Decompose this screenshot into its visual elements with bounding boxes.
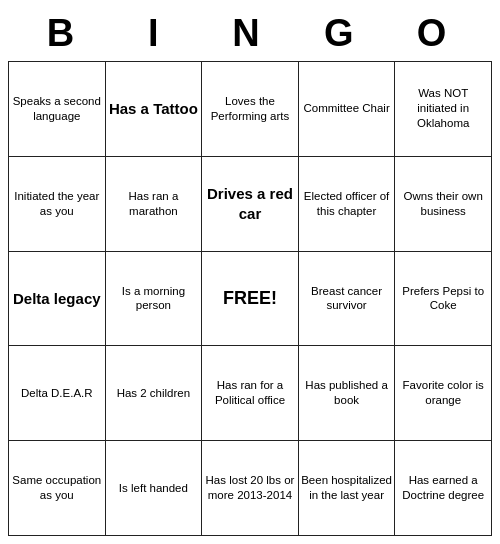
cell-r1-c1: Has ran a marathon <box>105 156 202 251</box>
cell-r1-c0: Initiated the year as you <box>9 156 106 251</box>
cell-r0-c2: Loves the Performing arts <box>202 62 299 157</box>
title-g: G <box>303 12 383 55</box>
cell-r0-c4: Was NOT initiated in Oklahoma <box>395 62 492 157</box>
cell-r4-c0: Same occupation as you <box>9 441 106 536</box>
cell-r3-c2: Has ran for a Political office <box>202 346 299 441</box>
cell-r1-c4: Owns their own business <box>395 156 492 251</box>
cell-r3-c1: Has 2 children <box>105 346 202 441</box>
title-o: O <box>396 12 476 55</box>
cell-r3-c0: Delta D.E.A.R <box>9 346 106 441</box>
cell-r3-c3: Has published a book <box>298 346 395 441</box>
cell-r4-c2: Has lost 20 lbs or more 2013-2014 <box>202 441 299 536</box>
cell-r0-c3: Committee Chair <box>298 62 395 157</box>
cell-r0-c0: Speaks a second language <box>9 62 106 157</box>
bingo-title: B I N G O <box>8 8 492 59</box>
cell-r2-c3: Breast cancer survivor <box>298 251 395 346</box>
cell-r3-c4: Favorite color is orange <box>395 346 492 441</box>
cell-r1-c3: Elected officer of this chapter <box>298 156 395 251</box>
cell-r4-c3: Been hospitalized in the last year <box>298 441 395 536</box>
cell-r4-c4: Has earned a Doctrine degree <box>395 441 492 536</box>
cell-r0-c1: Has a Tattoo <box>105 62 202 157</box>
title-i: I <box>117 12 197 55</box>
cell-r2-c0: Delta legacy <box>9 251 106 346</box>
cell-r2-c4: Prefers Pepsi to Coke <box>395 251 492 346</box>
title-n: N <box>210 12 290 55</box>
title-b: B <box>24 12 104 55</box>
cell-r4-c1: Is left handed <box>105 441 202 536</box>
cell-r2-c1: Is a morning person <box>105 251 202 346</box>
bingo-grid: Speaks a second languageHas a TattooLove… <box>8 61 492 536</box>
cell-r2-c2: FREE! <box>202 251 299 346</box>
cell-r1-c2: Drives a red car <box>202 156 299 251</box>
